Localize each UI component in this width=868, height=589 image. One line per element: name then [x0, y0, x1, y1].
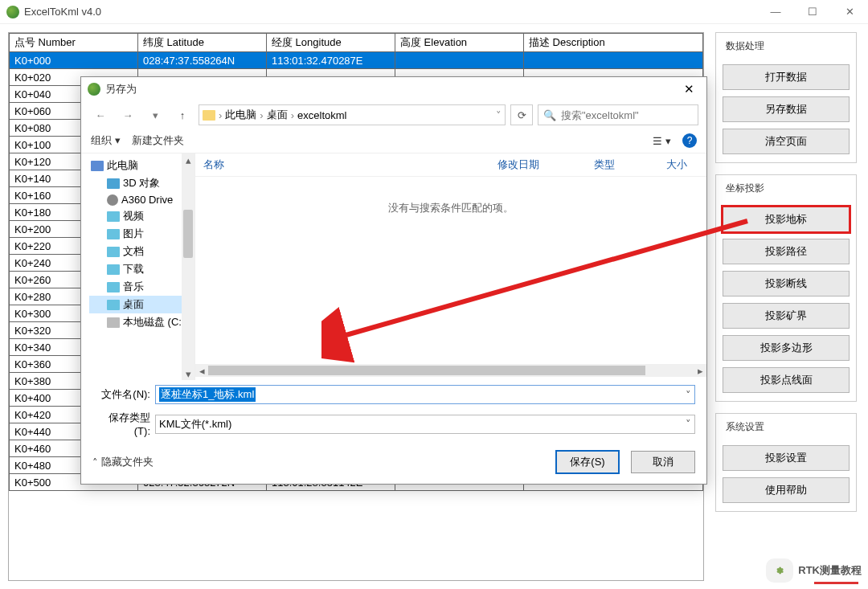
project-breakline-button[interactable]: 投影断线: [723, 271, 850, 297]
save-data-button[interactable]: 另存数据: [723, 96, 850, 122]
tree-item[interactable]: 下载: [89, 260, 194, 278]
scroll-thumb[interactable]: [183, 210, 193, 258]
scroll-left-icon[interactable]: ◂: [195, 365, 208, 377]
search-input[interactable]: [561, 109, 696, 121]
chevron-right-icon[interactable]: ›: [219, 109, 222, 121]
nav-up-icon[interactable]: ↑: [171, 104, 194, 125]
save-button[interactable]: 保存(S): [555, 450, 620, 474]
folder-icon: [107, 317, 120, 328]
tree-scrollbar[interactable]: ▴ ▾: [182, 153, 194, 380]
folder-tree[interactable]: 此电脑3D 对象A360 Drive视频图片文档下载音乐桌面本地磁盘 (C:) …: [81, 153, 195, 380]
scroll-down-icon[interactable]: ▾: [182, 367, 194, 380]
dialog-close-button[interactable]: ✕: [678, 82, 700, 96]
tree-label: 视频: [123, 209, 144, 223]
help-button[interactable]: 使用帮助: [723, 477, 850, 503]
breadcrumb-item[interactable]: 此电脑: [225, 108, 256, 122]
chevron-up-icon: ˄: [92, 456, 98, 468]
breadcrumb-item[interactable]: 桌面: [267, 108, 288, 122]
scroll-right-icon[interactable]: ▸: [694, 365, 706, 377]
col-name[interactable]: 名称: [203, 157, 497, 172]
clear-page-button[interactable]: 清空页面: [723, 129, 850, 154]
filetype-select[interactable]: KML文件(*.kml) ˅: [155, 415, 695, 434]
tree-item[interactable]: 本地磁盘 (C:): [89, 313, 194, 331]
organize-button[interactable]: 组织 ▾: [91, 133, 121, 148]
table-header[interactable]: 经度 Longitude: [267, 34, 395, 52]
nav-forward-icon: →: [117, 104, 139, 125]
scroll-up-icon[interactable]: ▴: [182, 153, 194, 166]
maximize-button[interactable]: ☐: [794, 0, 831, 24]
refresh-icon[interactable]: ⟳: [510, 104, 533, 125]
chevron-right-icon[interactable]: ›: [291, 109, 294, 121]
folder-icon: [107, 229, 120, 239]
watermark: ✽ RTK测量教程: [766, 558, 862, 583]
folder-icon: [107, 282, 120, 292]
folder-icon: [107, 264, 120, 275]
group-projection: 坐标投影 投影地标 投影路径 投影断线 投影矿界 投影多边形 投影点线面: [715, 174, 857, 402]
table-header[interactable]: 纬度 Latitude: [138, 34, 267, 52]
folder-icon: [203, 110, 215, 121]
filename-label: 文件名(N):: [92, 387, 155, 402]
nav-back-icon[interactable]: ←: [89, 104, 112, 125]
search-icon: 🔍: [543, 109, 556, 121]
scroll-thumb[interactable]: [208, 366, 645, 375]
tree-item[interactable]: A360 Drive: [89, 192, 194, 207]
close-button[interactable]: ✕: [831, 0, 868, 24]
empty-message: 没有与搜索条件匹配的项。: [195, 177, 706, 364]
tree-label: 音乐: [123, 280, 144, 294]
dialog-title: 另存为: [105, 82, 678, 96]
project-path-button[interactable]: 投影路径: [723, 239, 850, 264]
watermark-text: RTK测量教程: [798, 563, 862, 578]
tree-item[interactable]: 3D 对象: [89, 174, 194, 192]
group-title: 系统设置: [723, 420, 768, 434]
search-box[interactable]: 🔍: [538, 104, 698, 125]
h-scrollbar[interactable]: ◂ ▸: [195, 364, 706, 377]
col-date[interactable]: 修改日期: [497, 157, 594, 172]
folder-icon: [107, 300, 120, 310]
tree-label: 桌面: [123, 297, 144, 312]
chevron-down-icon[interactable]: ˅: [686, 389, 691, 401]
col-type[interactable]: 类型: [594, 157, 666, 172]
filetype-label: 保存类型(T):: [92, 411, 155, 437]
tree-item[interactable]: 图片: [89, 225, 194, 243]
view-button[interactable]: ☰ ▾: [653, 135, 671, 147]
tree-item[interactable]: 音乐: [89, 278, 194, 296]
project-placemark-button[interactable]: 投影地标: [723, 207, 850, 232]
folder-icon: [107, 178, 120, 189]
new-folder-button[interactable]: 新建文件夹: [132, 133, 184, 148]
hide-folders-toggle[interactable]: ˄ 隐藏文件夹: [92, 455, 154, 469]
project-polygon-button[interactable]: 投影多边形: [723, 335, 850, 361]
filename-input[interactable]: 逐桩坐标1_地标.kml ˅: [155, 385, 695, 404]
group-title: 数据处理: [723, 39, 768, 53]
tree-item[interactable]: 文档: [89, 243, 194, 260]
watermark-icon: ✽: [766, 558, 793, 583]
help-icon[interactable]: ?: [682, 133, 697, 148]
group-data: 数据处理 打开数据 另存数据 清空页面: [715, 32, 857, 163]
app-icon: [6, 6, 19, 18]
minimize-button[interactable]: —: [757, 0, 794, 24]
chevron-down-icon[interactable]: ˅: [496, 109, 502, 121]
breadcrumb[interactable]: › 此电脑 › 桌面 › exceltokml ˅: [199, 104, 506, 125]
chevron-right-icon[interactable]: ›: [260, 109, 263, 121]
table-header[interactable]: 点号 Number: [10, 34, 138, 52]
project-pointlineface-button[interactable]: 投影点线面: [723, 367, 850, 393]
folder-icon: [107, 194, 118, 206]
tree-item[interactable]: 此电脑: [89, 157, 194, 174]
project-mine-button[interactable]: 投影矿界: [723, 303, 850, 329]
file-list[interactable]: 名称 修改日期 类型 大小 没有与搜索条件匹配的项。 ◂ ▸: [195, 153, 706, 380]
titlebar: ExcelToKml v4.0 — ☐ ✕: [0, 0, 868, 24]
open-data-button[interactable]: 打开数据: [723, 64, 850, 90]
projection-settings-button[interactable]: 投影设置: [723, 445, 850, 471]
tree-label: 本地磁盘 (C:): [123, 315, 185, 329]
nav-recent-icon[interactable]: ▾: [144, 104, 166, 125]
tree-item[interactable]: 视频: [89, 207, 194, 225]
table-header[interactable]: 高度 Elevation: [395, 34, 524, 52]
col-size[interactable]: 大小: [666, 157, 698, 172]
chevron-down-icon[interactable]: ˅: [686, 418, 691, 430]
group-title: 坐标投影: [723, 182, 768, 195]
cancel-button[interactable]: 取消: [631, 451, 695, 473]
breadcrumb-item[interactable]: exceltokml: [297, 109, 346, 121]
folder-icon: [91, 161, 104, 171]
table-row[interactable]: K0+000028:47:37.558264N113:01:32.470287E: [10, 52, 703, 69]
table-header[interactable]: 描述 Description: [524, 34, 703, 52]
tree-item[interactable]: 桌面: [89, 296, 194, 313]
